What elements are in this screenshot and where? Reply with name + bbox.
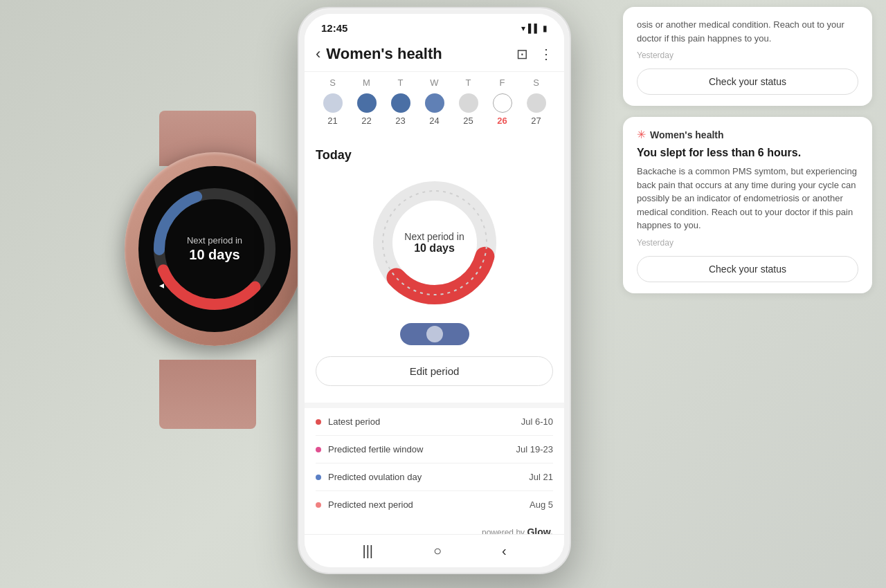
calendar-week: S M T W T F S 21 [305,72,564,137]
nav-home-icon[interactable]: ○ [433,543,442,559]
powered-glow-text: Glow. [527,526,553,534]
slider-pill[interactable] [400,323,469,345]
cal-day-27[interactable]: 27 [519,93,553,126]
calendar-days: 21 22 23 [305,93,564,126]
status-bar: 12:45 ▾ ▌▌ ▮ [305,14,564,39]
stat-row-fertile: Predicted fertile window Jul 19-23 [316,436,553,463]
signal-icon: ▌▌ [528,24,540,33]
watch-screen: Next period in 10 days ◂ [138,166,291,332]
notification-panel: osis or another medical condition. Reach… [623,7,872,293]
nav-recents-icon[interactable]: ||| [362,543,373,559]
stat-row-ovulation: Predicted ovulation day Jul 21 [316,463,553,491]
cal-day-22[interactable]: 22 [350,93,383,126]
phone-inner: 12:45 ▾ ▌▌ ▮ ‹ Women's health ⊡ ⋮ [305,14,564,567]
stat-dot-next [316,502,321,508]
wifi-icon: ▾ [521,24,525,33]
today-label: Today [316,148,553,163]
app-header: ‹ Women's health ⊡ ⋮ [305,39,564,72]
notif-card-2-title: Women's health [650,129,724,140]
cal-header-s1: S [316,77,350,88]
stat-label-fertile: Predicted fertile window [328,444,516,454]
calendar-icon[interactable]: ⊡ [516,46,528,62]
edit-period-button[interactable]: Edit period [316,356,553,386]
watch-center-text: Next period in 10 days [187,235,242,263]
stat-value-latest: Jul 6-10 [521,416,553,427]
cal-header-t1: T [383,77,417,88]
stat-row-next: Predicted next period Aug 5 [316,491,553,518]
stat-value-fertile: Jul 19-23 [516,444,553,454]
watch-line2: 10 days [187,247,242,263]
cal-header-t2: T [451,77,485,88]
notif-card-2-header: ✳ Women's health [637,128,858,141]
notif-card-2-button[interactable]: Check your status [637,256,858,282]
stat-value-ovulation: Jul 21 [529,472,553,482]
notif-card-2-main: You slept for less than 6 hours. [637,147,858,159]
stat-label-ovulation: Predicted ovulation day [328,472,529,482]
notif-card-1-timestamp: Yesterday [637,50,858,60]
stat-row-latest: Latest period Jul 6-10 [316,408,553,436]
cal-day-24[interactable]: 24 [417,93,451,126]
stat-label-latest: Latest period [328,416,521,427]
cal-header-s2: S [519,77,553,88]
donut-line1: Next period in [404,231,464,242]
notif-card-2: ✳ Women's health You slept for less than… [623,117,872,293]
battery-icon: ▮ [543,24,548,33]
cal-header-w: W [417,77,451,88]
app-title: Women's health [326,45,516,63]
header-icons: ⊡ ⋮ [516,46,553,62]
donut-center: Next period in 10 days [404,231,464,255]
notif-card-1: osis or another medical condition. Reach… [623,7,872,106]
phone-nav: ||| ○ ‹ [305,534,564,567]
phone-frame: 12:45 ▾ ▌▌ ▮ ‹ Women's health ⊡ ⋮ [298,7,571,574]
slider-knob [426,326,443,342]
notif-card-2-timestamp: Yesterday [637,238,858,248]
stat-dot-ovulation [316,475,321,480]
phone-screen: 12:45 ▾ ▌▌ ▮ ‹ Women's health ⊡ ⋮ [305,14,564,567]
powered-by: powered by Glow. [305,518,564,534]
today-section: Today Next [305,137,564,403]
back-button[interactable]: ‹ [316,45,320,63]
more-icon[interactable]: ⋮ [539,46,553,62]
stat-value-next: Aug 5 [530,499,553,510]
notif-card-2-body: Backache is a common PMS symtom, but exp… [637,165,858,232]
watch-line1: Next period in [187,235,242,247]
calendar-headers: S M T W T F S [305,77,564,88]
stat-label-next: Predicted next period [328,499,530,510]
watch-arrow: ◂ [159,279,164,291]
cal-day-23[interactable]: 23 [383,93,417,126]
cal-header-f: F [485,77,519,88]
phone: 12:45 ▾ ▌▌ ▮ ‹ Women's health ⊡ ⋮ [298,7,575,581]
status-icons: ▾ ▌▌ ▮ [521,24,548,33]
notif-card-1-body: osis or another medical condition. Reach… [637,18,858,45]
stat-dot-fertile [316,447,321,452]
stats-list: Latest period Jul 6-10 Predicted fertile… [305,408,564,518]
slider-indicator[interactable] [316,323,553,345]
donut-chart: Next period in 10 days [316,174,553,312]
notif-header-icon: ✳ [637,128,646,141]
cal-day-21[interactable]: 21 [316,93,350,126]
status-time: 12:45 [321,22,347,34]
stat-dot-latest [316,419,321,425]
cal-header-m: M [350,77,383,88]
watch-band-bottom [159,360,256,429]
donut-line2: 10 days [404,242,464,255]
scroll-content: Today Next [305,137,564,534]
powered-by-text: powered by [482,528,525,534]
notif-card-1-button[interactable]: Check your status [637,68,858,95]
cal-day-26[interactable]: 26 [485,93,519,126]
watch-case: Next period in 10 days ◂ [125,152,305,346]
cal-day-25[interactable]: 25 [451,93,485,126]
nav-back-icon[interactable]: ‹ [502,543,507,559]
